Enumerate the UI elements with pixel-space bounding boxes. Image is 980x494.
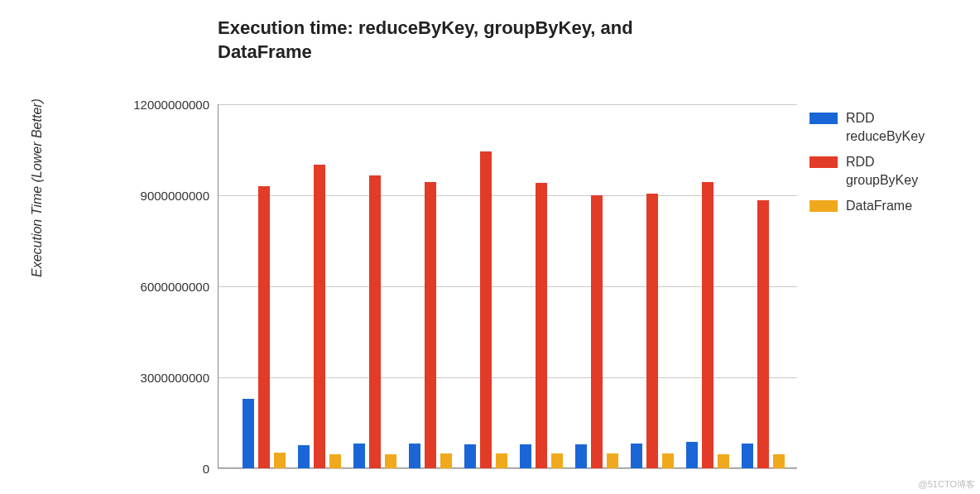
legend-label: DataFrame: [846, 197, 912, 215]
y-axis-label: Execution Time (Lower Better): [30, 98, 45, 277]
bar: [425, 182, 436, 469]
y-tick-label: 3000000000: [106, 371, 209, 385]
bar: [662, 453, 674, 468]
bar: [742, 444, 753, 468]
bar-group: [409, 104, 464, 468]
bar-group: [742, 104, 797, 468]
bar: [551, 453, 563, 468]
bar-group: [575, 104, 631, 468]
y-tick-labels: 0300000000060000000009000000000120000000…: [106, 104, 209, 468]
bar: [440, 453, 452, 468]
legend-swatch: [809, 200, 838, 212]
plot-area: [218, 104, 797, 468]
bar: [243, 399, 254, 468]
bar: [718, 454, 729, 468]
bar: [591, 195, 603, 468]
bar: [480, 151, 492, 468]
bar: [496, 453, 507, 468]
y-tick-label: 0: [106, 462, 209, 476]
bar-group: [464, 104, 520, 468]
bar: [258, 186, 270, 468]
chart-title: Execution time: reduceByKey, groupByKey,…: [218, 17, 731, 64]
legend-label: RDD groupByKey: [846, 153, 942, 189]
bar-group: [686, 104, 742, 468]
bar: [329, 454, 341, 468]
bar: [369, 175, 381, 468]
bars-layer: [218, 104, 797, 468]
legend-item: RDD groupByKey: [809, 153, 942, 189]
legend-swatch: [809, 113, 838, 124]
bar-group: [298, 104, 353, 468]
bar: [520, 444, 531, 468]
bar: [409, 444, 420, 468]
y-tick-label: 9000000000: [106, 189, 209, 203]
bar: [702, 182, 713, 469]
y-tick-label: 12000000000: [106, 98, 209, 112]
bar-group: [353, 104, 409, 468]
bar: [314, 165, 325, 468]
bar: [353, 444, 365, 468]
legend-swatch: [809, 156, 838, 168]
bar: [536, 183, 547, 468]
bar-group: [243, 104, 298, 468]
bar-group: [631, 104, 686, 468]
legend: RDD reduceByKeyRDD groupByKeyDataFrame: [809, 109, 942, 223]
bar: [773, 454, 785, 468]
legend-item: DataFrame: [809, 197, 942, 215]
chart-container: Execution time: reduceByKey, groupByKey,…: [40, 17, 942, 480]
bar: [298, 445, 310, 468]
gridline: [218, 468, 797, 469]
legend-item: RDD reduceByKey: [809, 109, 942, 145]
legend-label: RDD reduceByKey: [846, 109, 942, 145]
bar-group: [520, 104, 575, 468]
bar: [686, 442, 698, 468]
bar: [575, 444, 587, 468]
bar: [631, 444, 642, 468]
bar: [646, 194, 658, 468]
bar: [274, 453, 286, 468]
bar: [607, 453, 618, 468]
y-tick-label: 6000000000: [106, 280, 209, 294]
watermark: @51CTO博客: [919, 478, 975, 491]
bar: [385, 454, 396, 468]
bar: [464, 444, 476, 468]
bar: [757, 200, 769, 469]
